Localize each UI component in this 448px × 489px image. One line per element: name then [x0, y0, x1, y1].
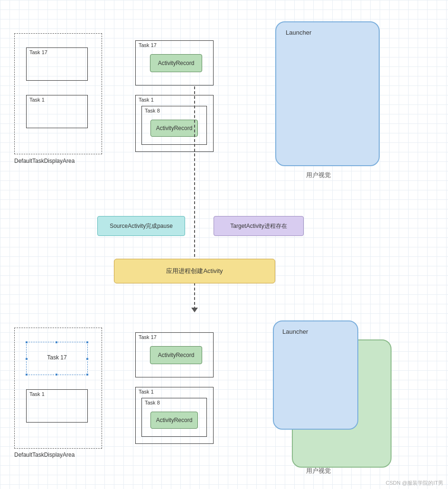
task17-selected-bottom: Task 17 — [26, 342, 88, 375]
task17-inner-top: Task 17 — [26, 47, 88, 81]
task1-inner-bottom: Task 1 — [26, 389, 88, 423]
activity-record-task17-top: ActivityRecord — [150, 54, 202, 72]
launcher-label-top: Launcher — [286, 29, 311, 36]
activity-record-label-task17-bottom: ActivityRecord — [158, 352, 195, 358]
user-view-label-top: 用户视觉 — [306, 171, 331, 179]
task1-stack-label-bottom: Task 1 — [139, 389, 154, 395]
task17-label-bottom-selected: Task 17 — [27, 354, 87, 361]
task1-outer-bottom: Task 1 Task 8 ActivityRecord — [135, 387, 214, 444]
task8-outer-bottom: Task 8 ActivityRecord — [141, 398, 207, 437]
activity-record-label-task8-bottom: ActivityRecord — [156, 417, 193, 423]
task8-label-bottom: Task 8 — [145, 400, 160, 405]
launcher-bottom: Launcher — [273, 320, 358, 430]
launcher-label-bottom: Launcher — [282, 328, 308, 335]
source-activity-badge: SourceActivity完成pause — [97, 216, 185, 236]
task8-label-top: Task 8 — [145, 108, 160, 113]
arrow-head — [191, 308, 198, 312]
activity-record-task8-bottom: ActivityRecord — [150, 412, 198, 429]
default-task-area-label-bottom: DefaultTaskDisplayArea — [14, 451, 75, 458]
target-activity-label: TargetActivity进程存在 — [230, 222, 287, 230]
canvas: DefaultTaskDisplayArea Task 17 Task 1 Ta… — [0, 0, 448, 489]
watermark: CSDN @服装学院的IT男 — [386, 480, 443, 487]
activity-record-label-task8-top: ActivityRecord — [156, 125, 193, 132]
target-activity-badge: TargetActivity进程存在 — [214, 216, 304, 236]
task8-outer-top: Task 8 ActivityRecord — [141, 106, 207, 145]
task1-label-inner-bottom: Task 1 — [29, 391, 45, 397]
create-activity-label: 应用进程创建Activity — [166, 267, 223, 275]
task17-outer-top: Task 17 ActivityRecord — [135, 40, 214, 85]
task17-label-inner-top: Task 17 — [29, 49, 47, 55]
default-task-area-label-top: DefaultTaskDisplayArea — [14, 158, 75, 164]
task17-stack-label-bottom: Task 17 — [139, 334, 157, 340]
task17-outer-bottom: Task 17 ActivityRecord — [135, 332, 214, 377]
activity-record-label-task17-top: ActivityRecord — [158, 60, 195, 66]
launcher-top: Launcher — [275, 21, 380, 166]
task17-stack-label-top: Task 17 — [139, 42, 157, 48]
user-view-label-bottom: 用户视觉 — [306, 467, 331, 475]
task1-stack-label-top: Task 1 — [139, 97, 154, 103]
activity-record-task8-top: ActivityRecord — [150, 120, 198, 137]
task1-outer-top: Task 1 Task 8 ActivityRecord — [135, 95, 214, 152]
activity-record-task17-bottom: ActivityRecord — [150, 346, 202, 364]
task1-inner-top: Task 1 — [26, 95, 88, 128]
task1-label-inner-top: Task 1 — [29, 97, 45, 103]
source-activity-label: SourceActivity完成pause — [110, 222, 173, 230]
create-activity-badge: 应用进程创建Activity — [114, 259, 275, 283]
